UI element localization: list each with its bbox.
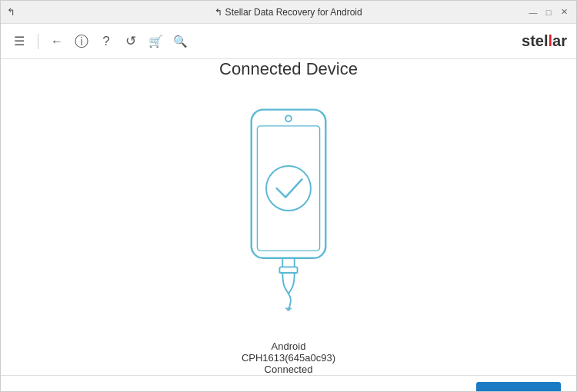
minimize-button[interactable]: — bbox=[527, 6, 539, 18]
info-icon[interactable]: ⓘ bbox=[72, 32, 91, 51]
device-model-line2: CPH1613(645a0c93) bbox=[242, 352, 335, 364]
title-bar-title: ↰ Stellar Data Recovery for Android bbox=[215, 7, 362, 18]
device-model-line1: Android bbox=[242, 341, 335, 352]
phone-illustration bbox=[227, 102, 350, 317]
cart-icon[interactable]: 🛒 bbox=[146, 32, 165, 51]
title-bar-controls: — □ ✕ bbox=[527, 6, 570, 18]
menu-icon[interactable]: ☰ bbox=[10, 32, 28, 51]
page-title: Connected Device bbox=[219, 59, 358, 79]
title-bar-left: ↰ bbox=[7, 6, 15, 18]
refresh-icon[interactable]: ↺ bbox=[122, 32, 140, 51]
main-content: Connected Device Androi bbox=[1, 59, 576, 375]
toolbar-right: stellar bbox=[522, 32, 567, 50]
device-status: Connected bbox=[242, 364, 335, 375]
bottom-bar: Scan bbox=[1, 375, 576, 392]
maximize-button[interactable]: □ bbox=[542, 6, 555, 18]
stellar-logo: stellar bbox=[522, 32, 567, 50]
toolbar: ☰ ← ⓘ ? ↺ 🛒 🔍 stellar bbox=[1, 24, 576, 59]
title-back-icon: ↰ bbox=[7, 6, 15, 18]
close-button[interactable]: ✕ bbox=[558, 6, 570, 18]
device-info: Android CPH1613(645a0c93) Connected bbox=[242, 341, 335, 375]
search-icon[interactable]: 🔍 bbox=[171, 32, 189, 51]
phone-container bbox=[227, 102, 350, 317]
toolbar-divider bbox=[38, 34, 38, 49]
svg-point-3 bbox=[266, 166, 311, 211]
help-icon[interactable]: ? bbox=[97, 32, 115, 51]
svg-rect-0 bbox=[252, 110, 326, 258]
svg-point-1 bbox=[285, 115, 292, 121]
title-bar: ↰ ↰ Stellar Data Recovery for Android — … bbox=[1, 1, 576, 24]
back-icon[interactable]: ← bbox=[48, 32, 66, 51]
svg-rect-6 bbox=[279, 267, 297, 273]
scan-button[interactable]: Scan bbox=[476, 382, 561, 392]
